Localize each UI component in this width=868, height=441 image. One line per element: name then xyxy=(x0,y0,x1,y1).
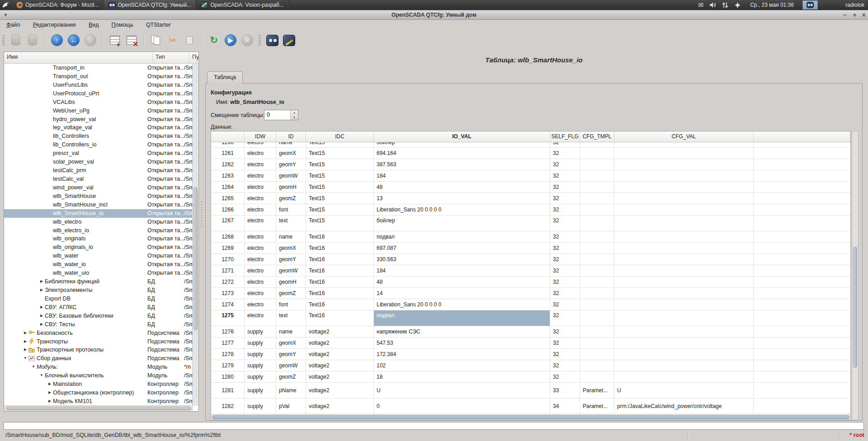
table-cell[interactable]: font xyxy=(276,204,306,215)
table-vertical-scrollbar[interactable] xyxy=(852,131,859,420)
tree-item-библиотеки-функций[interactable]: ▶Библиотеки функцийБД/Sm xyxy=(4,277,193,286)
table-cell[interactable]: 32 xyxy=(550,349,580,360)
table-cell[interactable]: electro xyxy=(245,243,276,253)
tree-item-transport_out[interactable]: Transport_outОткрытая та.../Sm xyxy=(4,72,193,81)
table-cell[interactable] xyxy=(614,288,754,299)
table-cell[interactable]: supply xyxy=(245,338,276,348)
tree-item-сву-базовые-библиотеки[interactable]: ▶СВУ: Базовые библиотекиБД/Sm xyxy=(4,312,193,320)
table-cell[interactable]: electro xyxy=(245,170,276,181)
tree-item-wlb_water[interactable]: wlb_waterОткрытая та.../Sm xyxy=(4,252,193,260)
table-cell[interactable]: 32 xyxy=(550,277,580,287)
table-cell[interactable] xyxy=(580,170,614,181)
table-cell[interactable]: Text15 xyxy=(306,193,374,204)
qtstarter-qtcfg-button[interactable] xyxy=(282,33,296,47)
table-cell[interactable] xyxy=(614,148,754,159)
table-cell[interactable]: 387.563 xyxy=(374,159,550,170)
table-cell[interactable]: 32 xyxy=(550,360,580,371)
table-cell[interactable] xyxy=(580,360,614,371)
table-cell[interactable]: 32 xyxy=(550,243,580,253)
tree-column-path[interactable]: Путь xyxy=(189,52,198,63)
table-cell[interactable] xyxy=(580,142,614,147)
expander-closed-icon[interactable]: ▶ xyxy=(22,338,28,346)
table-cell[interactable] xyxy=(580,182,614,192)
table-cell[interactable] xyxy=(614,299,754,310)
tree-horizontal-scrollbar[interactable] xyxy=(4,405,193,411)
taskbar-task[interactable]: OpenSCADA: Vision-разраб... xyxy=(196,0,289,10)
table-cell[interactable]: 32 xyxy=(550,193,580,204)
expander-closed-icon[interactable]: ▶ xyxy=(38,286,45,295)
tree-column-name[interactable]: Имя xyxy=(4,52,153,63)
table-vscroll-handle[interactable] xyxy=(853,247,857,368)
tree-item-общестанционка-контроллер-[interactable]: ▶Общестанционка (контроллер)Контроллер/S… xyxy=(4,389,193,397)
table-cell[interactable] xyxy=(614,310,754,326)
tree-item-электроэлементы[interactable]: ▶ЭлектроэлементыБД/Sm xyxy=(4,286,193,295)
table-cell[interactable]: 184 xyxy=(374,170,550,181)
table-cell[interactable] xyxy=(580,349,614,360)
table-cell[interactable]: electro xyxy=(245,254,276,265)
table-cell[interactable] xyxy=(614,265,754,276)
table-cell[interactable]: electro xyxy=(245,265,276,276)
table-cell[interactable]: electro xyxy=(245,216,276,231)
table-cell[interactable]: pVal xyxy=(276,399,306,414)
table-cell[interactable] xyxy=(614,231,754,242)
table-hscroll-handle[interactable] xyxy=(212,415,849,419)
maximize-button[interactable]: + xyxy=(851,11,859,19)
table-cell[interactable]: 13 xyxy=(374,193,550,204)
table-cell[interactable]: electro xyxy=(245,159,276,170)
table-cell[interactable]: 172.384 xyxy=(374,349,550,360)
expander-closed-icon[interactable]: ▶ xyxy=(47,380,53,389)
table-column-id[interactable]: ID xyxy=(276,131,306,142)
table-cell[interactable]: 32 xyxy=(550,148,580,159)
tree-vertical-scrollbar[interactable] xyxy=(192,64,198,406)
table-cell[interactable] xyxy=(614,349,754,360)
table-cell[interactable] xyxy=(614,243,754,253)
tree-item-solar_power_val[interactable]: solar_power_valОткрытая та.../Sm xyxy=(4,158,193,166)
tree-item-wlb_electro[interactable]: wlb_electroОткрытая та.../Sm xyxy=(4,218,193,226)
table-cell[interactable]: 48 xyxy=(374,277,550,287)
table-cell[interactable]: electro xyxy=(245,193,276,204)
table-cell[interactable]: geomY xyxy=(276,254,306,265)
table-cell[interactable]: 697.087 xyxy=(374,243,550,253)
taskbar-task[interactable]: OpenSCADA: Форум - Mozil... xyxy=(12,0,104,10)
table-cell[interactable] xyxy=(580,204,614,215)
table-cell[interactable]: Text15 xyxy=(306,159,374,170)
table-cell[interactable]: voltage2 xyxy=(306,349,374,360)
network-updown-icon[interactable] xyxy=(721,1,729,9)
klipper-icon[interactable] xyxy=(733,1,741,9)
table-cell[interactable]: supply xyxy=(245,399,276,414)
close-button[interactable]: × xyxy=(860,11,868,19)
tree-item-сву-аглкс[interactable]: ▶СВУ: АГЛКСБД/Sm xyxy=(4,303,193,312)
table-cell[interactable]: Text15 xyxy=(306,148,374,159)
table-cell[interactable]: name xyxy=(276,231,306,242)
table-cell[interactable]: 102 xyxy=(374,360,550,371)
qtstarter-vision-button[interactable] xyxy=(265,33,279,47)
mail-icon[interactable]: ✉ xyxy=(697,1,705,9)
table-cell[interactable] xyxy=(614,204,754,215)
table-cell[interactable]: 18 xyxy=(374,371,550,382)
table-cell[interactable]: 32 xyxy=(550,231,580,242)
table-cell[interactable] xyxy=(580,243,614,253)
menu-item-вид[interactable]: Вид xyxy=(82,21,105,29)
table-cell[interactable]: name xyxy=(276,142,306,147)
tree-item-export-db[interactable]: Export DBБД/Sm xyxy=(4,295,193,303)
tree-item-wlb_water_io[interactable]: wlb_water_ioОткрытая та.../Sm xyxy=(4,260,193,269)
table-cell[interactable]: geomH xyxy=(276,277,306,287)
table-cell[interactable]: Liberation_Sans 20 0 0 0 0 xyxy=(374,204,550,215)
table-column-idc[interactable]: IDC xyxy=(306,131,374,142)
table-cell[interactable]: 547.53 xyxy=(374,338,550,348)
spin-down-button[interactable]: ▼ xyxy=(291,115,298,120)
table-cell[interactable]: Text15 xyxy=(306,204,374,215)
app-launcher-icon[interactable] xyxy=(0,0,12,10)
table-cell[interactable]: voltage2 xyxy=(306,338,374,348)
table-cell[interactable] xyxy=(614,338,754,348)
table-cell[interactable]: 184 xyxy=(374,265,550,276)
table-cell[interactable]: electro xyxy=(245,231,276,242)
table-cell[interactable]: 32 xyxy=(550,159,580,170)
status-edit-line[interactable] xyxy=(4,422,864,430)
table-cell[interactable]: text xyxy=(276,216,306,231)
menu-item-qtstarter[interactable]: QTStarter xyxy=(140,21,177,29)
table-cell[interactable]: geomX xyxy=(276,243,306,253)
add-item-button[interactable]: ＋ xyxy=(108,33,122,47)
table-horizontal-scrollbar[interactable] xyxy=(211,414,850,420)
table-cell[interactable]: Text15 xyxy=(306,216,374,231)
